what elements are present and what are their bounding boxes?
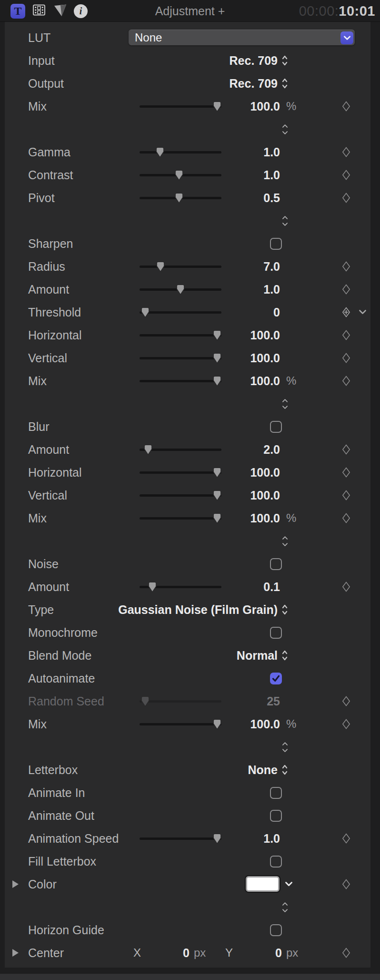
value-field[interactable]: 1.0 — [210, 283, 280, 296]
keyframe-diamond-icon[interactable] — [338, 284, 354, 295]
popup-blend-mode[interactable]: Normal — [237, 644, 288, 667]
value-field[interactable]: 1.0 — [210, 145, 280, 159]
section-collapse-stepper[interactable] — [280, 530, 290, 552]
keyframe-diamond-icon[interactable] — [338, 879, 354, 890]
updown-chevron-icon — [281, 603, 288, 616]
value-field[interactable]: 0 — [210, 306, 280, 319]
slider-thumb[interactable] — [148, 582, 157, 592]
slider-thumb[interactable] — [175, 170, 183, 181]
keyframe-diamond-icon[interactable] — [338, 101, 354, 112]
slider-thumb[interactable] — [176, 284, 185, 295]
value-field[interactable]: 100.0 — [210, 351, 280, 365]
row-label: Blend Mode — [28, 649, 91, 663]
popup-letterbox[interactable]: None — [248, 758, 289, 781]
value-unit: % — [286, 717, 296, 731]
value-field[interactable]: 100.0 — [210, 100, 280, 113]
section-collapse-stepper[interactable] — [280, 209, 290, 232]
keyframe-diamond-icon[interactable] — [338, 147, 354, 158]
color-chevron-icon[interactable] — [285, 880, 293, 888]
section-collapse-stepper[interactable] — [280, 896, 290, 919]
popup-input[interactable]: Rec. 709 — [230, 49, 288, 72]
keyframe-diamond-icon[interactable] — [338, 353, 354, 364]
row-label: Random Seed — [28, 694, 104, 708]
lut-dropdown-chevron-button[interactable] — [340, 31, 353, 44]
row-letterbox: LetterboxNone — [5, 758, 370, 781]
row-blur: Blur — [5, 415, 370, 438]
keyframe-diamond-icon[interactable] — [338, 330, 354, 341]
slider-thumb[interactable] — [156, 147, 164, 158]
checkbox-monochrome[interactable] — [270, 627, 282, 639]
row-label: Radius — [28, 260, 65, 274]
section-collapse-stepper[interactable] — [280, 735, 290, 758]
value-field[interactable]: 1.0 — [210, 168, 280, 182]
keyframe-diamond-icon[interactable] — [338, 170, 354, 181]
row-vertical: Vertical100.0 — [5, 347, 370, 369]
keyframe-diamond-icon[interactable] — [338, 833, 354, 844]
checkbox-fill-letterbox[interactable] — [270, 856, 282, 868]
row-label: Blur — [28, 420, 49, 434]
checkbox-autoanimate[interactable] — [270, 673, 282, 684]
keyframe-menu-chevron-icon[interactable] — [359, 308, 367, 316]
keyframe-diamond-icon[interactable] — [338, 444, 354, 455]
checkbox-animate-in[interactable] — [270, 787, 282, 799]
row-label: Letterbox — [28, 763, 78, 777]
updown-chevron-icon — [281, 764, 288, 776]
popup-output[interactable]: Rec. 709 — [230, 72, 288, 95]
keyframe-diamond-icon[interactable] — [338, 193, 354, 204]
checkbox-horizon-guide[interactable] — [270, 924, 282, 936]
lut-dropdown-value: None — [129, 31, 162, 44]
checkbox-noise[interactable] — [270, 558, 282, 570]
popup-type[interactable]: Gaussian Noise (Film Grain) — [118, 598, 288, 621]
keyframe-diamond-icon[interactable] — [338, 948, 354, 959]
slider-thumb[interactable] — [141, 307, 150, 318]
popup-value: None — [248, 763, 278, 777]
row-label: Amount — [28, 283, 69, 296]
checkbox-sharpen[interactable] — [270, 238, 282, 250]
value-field[interactable]: 0.1 — [210, 580, 280, 594]
y-value-field[interactable]: 0 — [239, 946, 282, 960]
lut-dropdown[interactable]: None — [129, 30, 355, 45]
row-label: Pivot — [28, 191, 55, 205]
disclosure-triangle-icon[interactable] — [12, 880, 19, 888]
keyframe-diamond-icon[interactable] — [338, 582, 354, 592]
slider-thumb[interactable] — [141, 696, 150, 707]
x-value-field[interactable]: 0 — [149, 946, 190, 960]
value-field[interactable]: 100.0 — [210, 489, 280, 502]
keyframe-diamond-icon[interactable] — [338, 719, 354, 730]
value-field[interactable]: 0.5 — [210, 191, 280, 205]
keyframe-diamond-icon[interactable] — [338, 376, 354, 387]
value-field[interactable]: 25 — [210, 694, 280, 708]
value-field[interactable]: 100.0 — [210, 328, 280, 342]
slider-thumb[interactable] — [156, 261, 165, 272]
row-amount: Amount0.1 — [5, 575, 370, 598]
section-collapse-stepper[interactable] — [280, 118, 290, 141]
checkbox-blur[interactable] — [270, 421, 282, 433]
add-keyframe-icon[interactable] — [338, 307, 354, 318]
value-field[interactable]: 100.0 — [210, 466, 280, 480]
value-field[interactable]: 2.0 — [210, 443, 280, 457]
keyframe-diamond-icon[interactable] — [338, 490, 354, 501]
row-animate-in: Animate In — [5, 781, 370, 804]
keyframe-diamond-icon[interactable] — [338, 513, 354, 524]
row-fill-letterbox: Fill Letterbox — [5, 850, 370, 873]
color-swatch[interactable] — [246, 876, 280, 892]
value-field[interactable]: 100.0 — [210, 511, 280, 525]
row-label: Horizontal — [28, 328, 82, 342]
slider-thumb[interactable] — [144, 444, 152, 455]
keyframe-diamond-icon[interactable] — [338, 261, 354, 272]
value-field[interactable]: 100.0 — [210, 717, 280, 731]
value-field[interactable]: 1.0 — [210, 832, 280, 846]
disclosure-triangle-icon[interactable] — [12, 949, 19, 957]
keyframe-diamond-icon[interactable] — [338, 467, 354, 478]
slider-thumb[interactable] — [175, 193, 183, 204]
popup-value: Normal — [237, 649, 278, 663]
keyframe-diamond-icon[interactable] — [338, 696, 354, 707]
row-amount: Amount2.0 — [5, 438, 370, 461]
value-field[interactable]: 100.0 — [210, 374, 280, 388]
value-field[interactable]: 7.0 — [210, 260, 280, 274]
row-label: Noise — [28, 557, 59, 571]
section-collapse-stepper[interactable] — [280, 392, 290, 415]
row-label: Threshold — [28, 306, 81, 319]
row-label: Output — [28, 77, 64, 91]
checkbox-animate-out[interactable] — [270, 810, 282, 822]
